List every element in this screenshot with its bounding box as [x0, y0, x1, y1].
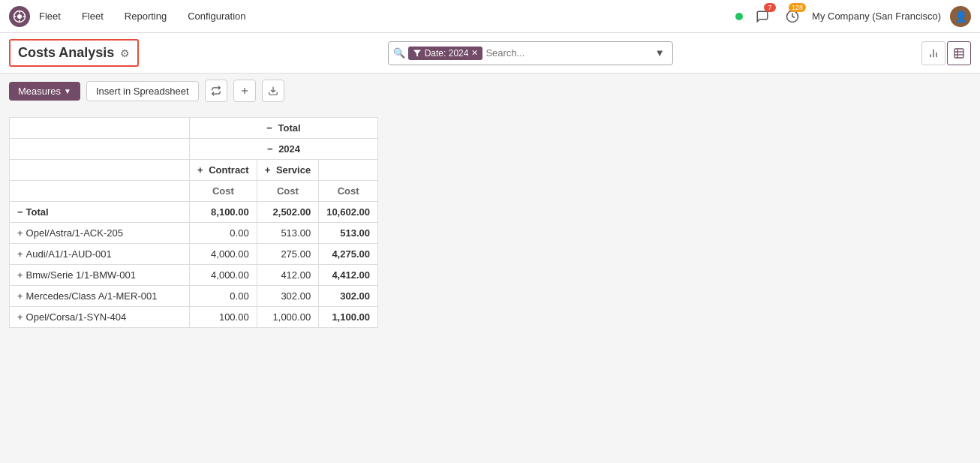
table-row: +Opel/Astra/1-ACK-2050.00513.00513.00 [10, 223, 378, 244]
total-cost-cell: 1,100.00 [319, 307, 378, 328]
online-indicator [735, 13, 743, 20]
pivot-view-button[interactable] [947, 41, 971, 65]
navbar-left: Fleet Fleet Reporting Configuration [9, 6, 251, 27]
search-dropdown-button[interactable]: ▼ [652, 47, 668, 59]
table-row: +Opel/Corsa/1-SYN-404100.001,000.001,100… [10, 307, 378, 328]
measures-button[interactable]: Measures ▼ [9, 82, 80, 101]
measures-label: Measures [18, 86, 61, 97]
year-header: − 2024 [190, 139, 378, 160]
table-row: +Audi/A1/1-AUD-0014,000.00275.004,275.00 [10, 244, 378, 265]
navbar: Fleet Fleet Reporting Configuration 7 12… [0, 0, 980, 33]
pivot-area: − Total − 2024 + Contract + Se [0, 108, 980, 337]
table-icon [953, 47, 965, 59]
contract-cost-header: Cost [190, 181, 257, 202]
chart-icon [927, 47, 939, 59]
service-cost-cell: 513.00 [257, 223, 318, 244]
contract-cost-cell: 0.00 [190, 223, 257, 244]
service-label: Service [276, 164, 311, 176]
app-name-label[interactable]: Fleet [35, 8, 65, 25]
app-logo[interactable]: Fleet [9, 6, 65, 27]
minus-icon[interactable]: − [266, 122, 272, 134]
svg-point-1 [17, 14, 22, 19]
contract-cost-cell: 100.00 [190, 307, 257, 328]
settings-icon[interactable]: ⚙ [120, 47, 130, 59]
activities-button[interactable]: 128 [782, 6, 803, 27]
minus-year-icon[interactable]: − [267, 143, 273, 155]
vehicle-row-label[interactable]: +Opel/Astra/1-ACK-205 [10, 223, 190, 244]
view-toggle [921, 41, 971, 65]
corner-cell-2 [10, 139, 190, 160]
pivot-table: − Total − 2024 + Contract + Se [9, 117, 378, 328]
year-label: 2024 [278, 143, 300, 155]
search-bar: 🔍 Date: 2024 ✕ ▼ [388, 41, 673, 65]
page-title-block: Costs Analysis ⚙ [9, 39, 139, 67]
contract-cost-cell: 4,000.00 [190, 265, 257, 286]
expand-icon [239, 86, 250, 96]
total-cost-cell: 4,275.00 [319, 244, 378, 265]
download-button[interactable] [262, 80, 284, 102]
swap-icon [211, 86, 221, 96]
vehicle-row-label[interactable]: +Bmw/Serie 1/1-BMW-001 [10, 265, 190, 286]
expand-button[interactable] [233, 80, 256, 102]
swap-axes-button[interactable] [205, 80, 227, 102]
svg-rect-11 [954, 49, 963, 58]
filter-remove-button[interactable]: ✕ [471, 48, 478, 58]
total-row-label[interactable]: −Total [10, 202, 190, 223]
total-cost-cell: 10,602.00 [319, 202, 378, 223]
service-header[interactable]: + Service [257, 160, 318, 181]
total-header: − Total [190, 118, 378, 139]
service-cost-cell: 1,000.00 [257, 307, 318, 328]
service-cost-cell: 275.00 [257, 244, 318, 265]
plus-row-icon[interactable]: + [17, 248, 23, 260]
plus-row-icon[interactable]: + [17, 227, 23, 239]
company-name: My Company (San Francisco) [812, 11, 941, 22]
total-cost-cell: 513.00 [319, 223, 378, 244]
insert-spreadsheet-button[interactable]: Insert in Spreadsheet [86, 81, 199, 101]
nav-reporting[interactable]: Reporting [120, 8, 171, 25]
table-row: +Mercedes/Class A/1-MER-0010.00302.00302… [10, 286, 378, 307]
table-row: +Bmw/Serie 1/1-BMW-0014,000.00412.004,41… [10, 265, 378, 286]
nav-fleet[interactable]: Fleet [77, 8, 108, 25]
vehicle-row-label[interactable]: +Opel/Corsa/1-SYN-404 [10, 307, 190, 328]
service-cost-cell: 2,502.00 [257, 202, 318, 223]
table-row: −Total8,100.002,502.0010,602.00 [10, 202, 378, 223]
total-cost-header: Cost [319, 181, 378, 202]
download-icon [268, 86, 278, 96]
messages-button[interactable]: 7 [752, 6, 773, 27]
contract-cost-cell: 0.00 [190, 286, 257, 307]
navbar-right: 7 128 My Company (San Francisco) 👤 [735, 6, 971, 27]
plus-row-icon[interactable]: + [17, 269, 23, 281]
service-cost-header: Cost [257, 181, 318, 202]
vehicle-row-label[interactable]: +Audi/A1/1-AUD-001 [10, 244, 190, 265]
insert-label: Insert in Spreadsheet [96, 86, 189, 97]
search-input[interactable] [485, 47, 648, 59]
plus-row-icon[interactable]: + [17, 311, 23, 323]
service-cost-cell: 412.00 [257, 265, 318, 286]
measures-arrow-icon: ▼ [64, 87, 71, 95]
toolbar: Measures ▼ Insert in Spreadsheet [0, 74, 980, 108]
service-cost-cell: 302.00 [257, 286, 318, 307]
contract-label: Contract [209, 164, 248, 176]
minus-row-icon[interactable]: − [17, 206, 23, 218]
total-label: Total [278, 122, 301, 134]
filter-icon [413, 49, 422, 58]
plus-row-icon[interactable]: + [17, 290, 23, 302]
contract-header[interactable]: + Contract [190, 160, 257, 181]
corner-cell-3 [10, 160, 190, 181]
messages-badge: 7 [764, 3, 776, 12]
chart-view-button[interactable] [921, 41, 945, 65]
nav-configuration[interactable]: Configuration [183, 8, 250, 25]
corner-cell-4 [10, 181, 190, 202]
corner-cell [10, 118, 190, 139]
logo-icon [9, 6, 30, 27]
filter-tag-date: Date: 2024 ✕ [408, 47, 483, 60]
contract-cost-cell: 4,000.00 [190, 244, 257, 265]
activities-badge: 128 [789, 3, 806, 12]
filter-tag-label: Date: 2024 [425, 48, 469, 59]
user-avatar[interactable]: 👤 [950, 6, 971, 27]
total-col-header [319, 160, 378, 181]
page-header: Costs Analysis ⚙ 🔍 Date: 2024 ✕ ▼ [0, 33, 980, 74]
svg-marker-7 [413, 50, 421, 56]
total-cost-cell: 4,412.00 [319, 265, 378, 286]
vehicle-row-label[interactable]: +Mercedes/Class A/1-MER-001 [10, 286, 190, 307]
